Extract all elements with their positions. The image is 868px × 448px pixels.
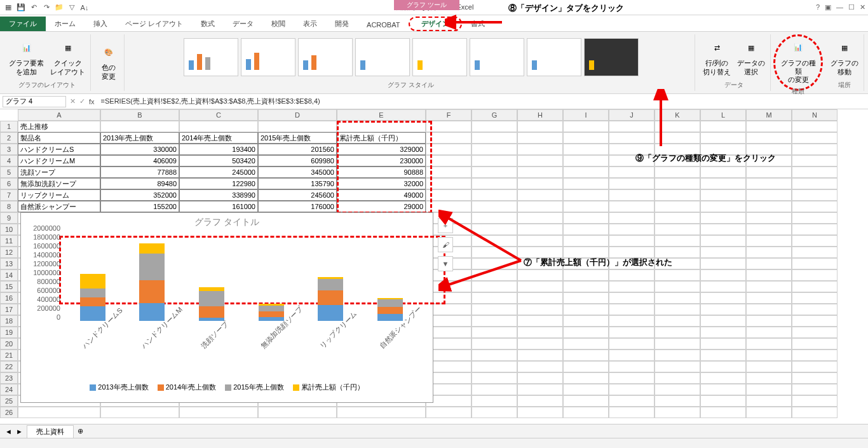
bar-segment[interactable] — [80, 306, 105, 321]
col-header[interactable]: E — [337, 109, 426, 121]
cell[interactable] — [563, 189, 609, 201]
move-chart-button[interactable]: ▦グラフの移動 — [829, 36, 860, 77]
row-header[interactable]: 22 — [0, 361, 18, 372]
cell[interactable] — [746, 292, 792, 304]
change-colors-button[interactable]: 🎨色の変更 — [97, 41, 120, 81]
tab-data[interactable]: データ — [224, 17, 262, 31]
cell[interactable] — [792, 395, 837, 407]
add-sheet-icon[interactable]: ⊕ — [78, 427, 83, 435]
cell[interactable]: 155200 — [100, 201, 179, 212]
row-header[interactable]: 6 — [0, 178, 18, 189]
cell[interactable] — [609, 269, 654, 281]
cell[interactable] — [700, 224, 746, 235]
cell[interactable] — [700, 189, 746, 201]
cell[interactable] — [746, 269, 792, 281]
cell[interactable] — [746, 189, 792, 201]
cell[interactable]: 製品名 — [18, 132, 100, 144]
row-header[interactable]: 16 — [0, 292, 18, 304]
legend-item[interactable]: 累計売上額（千円） — [293, 383, 364, 392]
cell[interactable] — [700, 361, 746, 372]
cell[interactable] — [517, 189, 563, 201]
cell[interactable]: 累計売上額（千円） — [337, 132, 426, 144]
cell[interactable] — [563, 269, 609, 281]
cell[interactable]: 329000 — [337, 144, 426, 155]
cell[interactable] — [517, 338, 563, 350]
tab-file[interactable]: ファイル — [0, 17, 46, 31]
row-header[interactable]: 17 — [0, 304, 18, 315]
chart-style-thumb[interactable] — [584, 38, 639, 76]
cell[interactable]: 49000 — [337, 189, 426, 201]
row-header[interactable]: 1 — [0, 121, 18, 132]
cell[interactable] — [746, 315, 792, 327]
cell[interactable] — [471, 269, 517, 281]
cell[interactable] — [517, 155, 563, 166]
cell[interactable] — [746, 361, 792, 372]
chart-title[interactable]: グラフ タイトル — [21, 213, 433, 232]
cell[interactable] — [563, 178, 609, 189]
close-icon[interactable]: ✕ — [860, 3, 865, 11]
bar-segment[interactable] — [259, 306, 284, 312]
cell[interactable] — [700, 247, 746, 258]
cell[interactable] — [700, 338, 746, 350]
cell[interactable] — [654, 281, 700, 292]
cell[interactable] — [746, 304, 792, 315]
row-header[interactable]: 14 — [0, 269, 18, 281]
cell[interactable]: 338990 — [179, 189, 258, 201]
row-header[interactable]: 7 — [0, 189, 18, 201]
col-header[interactable]: L — [700, 109, 746, 121]
cell[interactable] — [792, 327, 837, 338]
cell[interactable] — [426, 155, 471, 166]
col-header[interactable]: H — [517, 109, 563, 121]
cell[interactable] — [563, 166, 609, 178]
row-header[interactable]: 9 — [0, 212, 18, 224]
cell[interactable] — [563, 155, 609, 166]
cell[interactable] — [563, 315, 609, 327]
cell[interactable] — [471, 189, 517, 201]
bar-segment[interactable] — [259, 311, 284, 317]
cell[interactable] — [609, 327, 654, 338]
cell[interactable] — [700, 315, 746, 327]
cell[interactable] — [654, 201, 700, 212]
cell[interactable] — [792, 258, 837, 269]
chart-style-thumb[interactable] — [527, 38, 581, 76]
cell[interactable] — [792, 247, 837, 258]
col-header[interactable]: J — [609, 109, 654, 121]
cell[interactable] — [517, 178, 563, 189]
cell[interactable]: 352000 — [100, 189, 179, 201]
bar-segment[interactable] — [377, 307, 403, 314]
undo-icon[interactable]: ↶ — [28, 2, 39, 13]
cell[interactable] — [517, 315, 563, 327]
cell[interactable] — [700, 372, 746, 384]
cell[interactable] — [471, 201, 517, 212]
row-header[interactable]: 10 — [0, 224, 18, 235]
cell[interactable] — [471, 247, 517, 258]
cell[interactable] — [471, 212, 517, 224]
cell[interactable]: 90888 — [337, 166, 426, 178]
cell[interactable] — [563, 350, 609, 361]
cell[interactable] — [517, 235, 563, 247]
row-header[interactable]: 3 — [0, 144, 18, 155]
maximize-icon[interactable]: ☐ — [848, 3, 855, 11]
cell[interactable]: 2015年売上個数 — [258, 132, 337, 144]
cell[interactable] — [471, 407, 517, 418]
bar-segment[interactable] — [318, 290, 343, 306]
cell[interactable] — [609, 338, 654, 350]
cell[interactable]: 230000 — [337, 155, 426, 166]
cell[interactable] — [746, 178, 792, 189]
cell[interactable] — [792, 201, 837, 212]
cell[interactable]: ハンドクリームM — [18, 155, 100, 166]
bar-segment[interactable] — [199, 318, 224, 321]
cell[interactable] — [792, 189, 837, 201]
cell[interactable] — [792, 315, 837, 327]
name-box[interactable] — [3, 96, 66, 107]
cell[interactable] — [654, 121, 700, 132]
cell[interactable] — [517, 121, 563, 132]
row-header[interactable]: 25 — [0, 395, 18, 407]
cell[interactable] — [18, 407, 100, 418]
cell[interactable]: 無添加洗顔ソープ — [18, 178, 100, 189]
col-header[interactable]: A — [18, 109, 100, 121]
tab-view[interactable]: 表示 — [294, 17, 326, 31]
cell[interactable] — [563, 292, 609, 304]
prev-sheet-icon[interactable]: ◄ — [5, 428, 12, 435]
cell[interactable] — [426, 178, 471, 189]
